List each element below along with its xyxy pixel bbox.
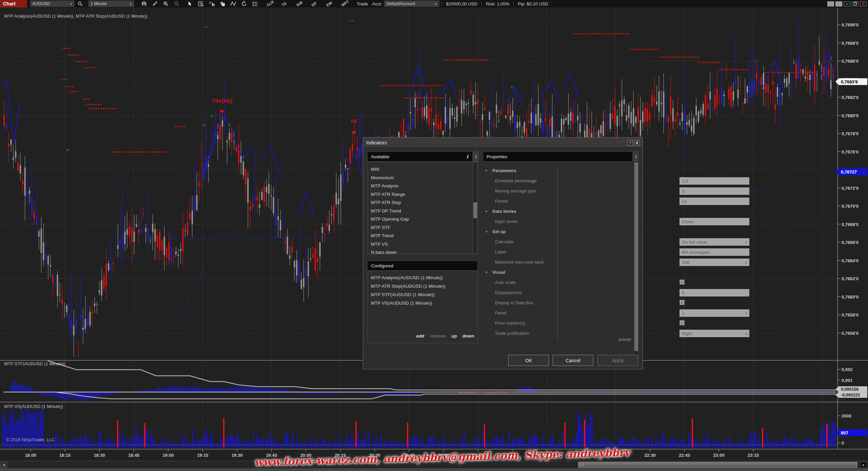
properties-separator: [557, 167, 558, 340]
tool-shortcut-wpt[interactable]: WPT: [340, 0, 348, 7]
configured-item[interactable]: MTP STF(AUDUSD (1 Minute)): [371, 292, 435, 297]
available-scroll-thumb[interactable]: [473, 203, 477, 218]
trade-button[interactable]: Trade: [357, 1, 368, 6]
chart-tab[interactable]: Chart: [0, 0, 27, 7]
price-tick-label: 0,7658'0: [842, 312, 859, 318]
account-select[interactable]: DefaultAccount ∨: [384, 0, 439, 7]
property-field[interactable]: 3: [679, 187, 749, 195]
group-collapse-arrow[interactable]: ▼: [485, 230, 488, 233]
zoom-out-icon[interactable]: [172, 0, 181, 7]
group-collapse-arrow[interactable]: ▼: [485, 169, 488, 172]
available-header: Available i: [367, 151, 473, 162]
scroll-right-arrow[interactable]: ►: [860, 462, 867, 468]
time-tick-label: 23:15: [748, 453, 759, 458]
configured-item[interactable]: MTP ATR Stop(AUDUSD (1 Minute)): [371, 284, 445, 289]
tool-shortcut-dp[interactable]: DP: [311, 0, 318, 7]
group-collapse-arrow[interactable]: ▼: [485, 210, 488, 213]
scroll-left-arrow[interactable]: ◄: [0, 462, 7, 468]
chevron-down-icon: ∨: [745, 311, 747, 315]
interval-value: 1 Minute: [91, 1, 107, 6]
properties-scroll-thumb[interactable]: [634, 163, 638, 351]
window-button-2[interactable]: [835, 1, 842, 6]
available-item[interactable]: MTP ATR Stop: [371, 200, 401, 205]
data-box-icon[interactable]: [196, 0, 205, 7]
property-label: Scale justification: [495, 331, 529, 336]
tool-shortcut-r-r[interactable]: R/R: [296, 0, 303, 7]
price-tick-label: 0,7678'0: [842, 131, 859, 136]
property-field[interactable]: 0: [679, 289, 749, 296]
draw-pencil-icon[interactable]: [151, 0, 159, 7]
indicators-dialog: Indicators ? X Available i ▲▼ MINMomentu…: [363, 137, 643, 369]
ok-button[interactable]: OK: [508, 355, 549, 366]
available-item[interactable]: MTP VS: [371, 242, 388, 247]
available-item[interactable]: MTP Trend: [371, 233, 394, 238]
search-icon[interactable]: [76, 0, 84, 7]
time-tick-label: 19:00: [162, 453, 174, 458]
price-tick-label: 0,7672'0: [842, 185, 859, 190]
cancel-button[interactable]: Cancel: [553, 355, 593, 366]
price-tick-label: 0,7686'0: [842, 59, 859, 64]
property-field[interactable]: MA envelopes: [679, 248, 749, 256]
available-item[interactable]: MTP DP Trend: [371, 208, 401, 213]
dialog-help-button[interactable]: ?: [627, 140, 633, 146]
property-field[interactable]: 14: [679, 198, 749, 205]
available-item[interactable]: N bars down: [371, 250, 397, 255]
property-field[interactable]: 256∨: [679, 259, 749, 266]
properties-spinner[interactable]: ▲▼: [634, 151, 638, 162]
available-scrollbar[interactable]: [473, 162, 477, 253]
tool-shortcut-ew[interactable]: EW: [326, 0, 333, 7]
property-field[interactable]: Right∨: [679, 330, 749, 337]
configured-item[interactable]: MTP VS(AUDUSD (1 Minute)): [371, 301, 432, 306]
property-label: Calculate: [495, 239, 513, 244]
available-item[interactable]: MTP Opening Gap: [371, 217, 409, 222]
dialog-close-button[interactable]: X: [634, 140, 640, 146]
properties-header-label: Properties: [487, 154, 508, 159]
instrument-select[interactable]: AUDUSD ∨: [30, 0, 75, 7]
property-field[interactable]: On bar close∨: [679, 238, 749, 246]
time-tick-label: 18:30: [94, 453, 105, 458]
tool-shortcut-clr[interactable]: CLR: [266, 0, 274, 7]
property-checkbox[interactable]: ✔: [679, 320, 685, 325]
info-icon[interactable]: i: [467, 154, 468, 159]
vs-tick-label: 0: [842, 441, 844, 446]
minimize-button[interactable]: –: [844, 1, 850, 6]
available-item[interactable]: MTP ATR Range: [371, 192, 405, 197]
property-checkbox[interactable]: ✔: [679, 280, 685, 285]
configured-item[interactable]: MTP Analysis(AUDUSD (1 Minute)): [371, 275, 443, 280]
restore-button[interactable]: ❐: [852, 1, 859, 6]
scrollbar-thumb[interactable]: [578, 462, 857, 468]
property-checkbox[interactable]: ✔: [679, 300, 685, 305]
dialog-titlebar[interactable]: Indicators: [363, 138, 643, 148]
property-field[interactable]: 1,5: [679, 177, 749, 185]
close-button[interactable]: X: [860, 1, 867, 6]
window-bottom-edge: [0, 468, 868, 471]
properties-menu-icon[interactable]: [251, 0, 259, 7]
available-item[interactable]: Momentum: [371, 175, 394, 180]
tool-shortcut-ts[interactable]: TS: [281, 0, 289, 7]
available-spinner[interactable]: ▲▼: [474, 151, 478, 162]
chevron-down-icon: ∨: [745, 332, 747, 335]
available-item[interactable]: MTP Analysis: [371, 183, 399, 188]
reload-icon[interactable]: [240, 0, 249, 7]
zigzag-icon[interactable]: [229, 0, 238, 7]
market-analyzer-icon[interactable]: [207, 0, 216, 7]
interval-select[interactable]: 1 Minute ∨: [88, 0, 134, 7]
available-item[interactable]: MTP STF: [371, 225, 391, 230]
action-down[interactable]: down: [462, 333, 474, 339]
properties-scrollbar[interactable]: [634, 162, 638, 362]
apply-button[interactable]: Apply: [597, 355, 638, 366]
chart-style-icon[interactable]: [218, 0, 227, 7]
price-tick-label: 0,7688'0: [842, 40, 859, 45]
bar-type-icon[interactable]: [140, 0, 149, 7]
cursor-icon[interactable]: [185, 0, 194, 7]
action-up[interactable]: up: [451, 333, 457, 339]
group-collapse-arrow[interactable]: ▼: [485, 271, 488, 274]
window-button-1[interactable]: [827, 1, 834, 6]
property-value: 14: [682, 199, 687, 204]
property-field[interactable]: 1∨: [679, 309, 749, 317]
preset-link[interactable]: preset: [597, 337, 631, 342]
action-add[interactable]: add: [416, 333, 424, 339]
property-field[interactable]: Close: [679, 218, 749, 225]
zoom-in-icon[interactable]: [161, 0, 170, 7]
available-item[interactable]: MIN: [371, 167, 379, 172]
